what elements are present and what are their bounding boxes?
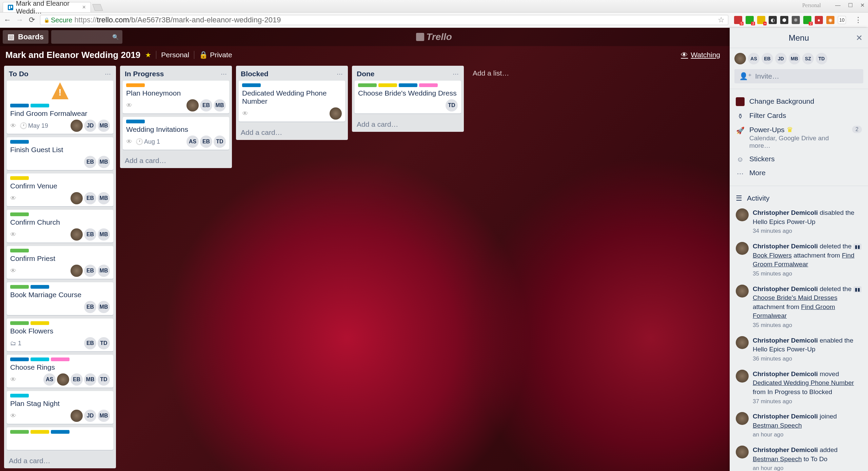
member-avatar[interactable]: EB xyxy=(84,265,96,277)
member-avatar[interactable]: EB xyxy=(762,53,773,64)
search-input[interactable]: 🔍 xyxy=(51,30,122,44)
activity-link[interactable]: Bestman Speech xyxy=(753,455,802,463)
add-card-button[interactable]: Add a card… xyxy=(236,125,348,140)
list-menu-icon[interactable]: ⋯ xyxy=(105,70,111,78)
label-blue[interactable] xyxy=(51,430,70,434)
member-avatar[interactable]: TD xyxy=(816,53,827,64)
activity-link[interactable]: Find Groom Formalwear xyxy=(753,303,835,320)
member-avatar[interactable]: AS xyxy=(43,373,56,386)
member-avatar[interactable]: MB xyxy=(98,156,110,168)
card[interactable]: Book Marriage CourseEBMB xyxy=(7,282,113,315)
list-header[interactable]: Blocked ⋯ xyxy=(236,66,348,81)
browser-menu-icon[interactable]: ⋮ xyxy=(852,16,865,24)
member-avatar[interactable]: AS xyxy=(186,136,199,148)
member-avatar[interactable]: SZ xyxy=(802,53,814,64)
member-avatar[interactable] xyxy=(734,53,746,64)
profile-label[interactable]: Personal xyxy=(802,2,821,8)
card[interactable]: Plan HoneymoonEBMB xyxy=(123,81,229,114)
tab-close-icon[interactable]: × xyxy=(82,4,86,11)
window-close-icon[interactable]: ✕ xyxy=(860,2,865,8)
extension-icon[interactable]: 3 xyxy=(746,16,754,24)
card[interactable]: Book Flowers🗂 1EBTD xyxy=(7,319,113,351)
member-avatar[interactable]: MB xyxy=(98,301,110,313)
label-blue[interactable] xyxy=(126,120,145,123)
member-avatar[interactable]: TD xyxy=(214,136,226,148)
card[interactable]: Wedding Invitations Aug 1ASEBTD xyxy=(123,117,229,150)
card[interactable]: Confirm PriestEBMB xyxy=(7,246,113,279)
member-avatar[interactable]: MB xyxy=(98,265,110,277)
member-avatar[interactable] xyxy=(71,228,83,241)
member-avatar[interactable] xyxy=(186,99,199,111)
member-avatar[interactable]: JD xyxy=(84,120,96,132)
invite-button[interactable]: 👤⁺ Invite… xyxy=(734,69,863,83)
extension-icon[interactable]: ◐ xyxy=(769,16,777,24)
extension-icon[interactable]: ● xyxy=(815,16,823,24)
list-menu-icon[interactable]: ⋯ xyxy=(337,70,343,78)
watching-button[interactable]: 👁 Watching xyxy=(681,51,720,59)
label-green[interactable] xyxy=(10,321,29,325)
label-blue[interactable] xyxy=(399,83,417,87)
label-blue[interactable] xyxy=(10,357,29,361)
back-button[interactable]: ← xyxy=(3,16,12,24)
label-green[interactable] xyxy=(10,430,29,434)
label-yellow[interactable] xyxy=(31,321,49,325)
list-menu-icon[interactable]: ⋯ xyxy=(453,70,459,78)
member-avatar[interactable]: EB xyxy=(71,373,83,386)
member-avatar[interactable]: EB xyxy=(84,156,96,168)
new-tab-button[interactable] xyxy=(92,4,103,11)
member-avatar[interactable]: JD xyxy=(775,53,787,64)
label-pink[interactable] xyxy=(419,83,438,87)
label-sky[interactable] xyxy=(31,357,49,361)
activity-avatar[interactable] xyxy=(736,370,749,383)
close-icon[interactable]: ✕ xyxy=(856,33,863,43)
member-avatar[interactable] xyxy=(71,192,83,204)
extension-icon[interactable]: ◉ xyxy=(826,16,834,24)
menu-item-filter-cards[interactable]: ⚱ Filter Cards xyxy=(734,109,863,123)
board-title[interactable]: Mark and Eleanor Wedding 2019 xyxy=(5,50,140,60)
address-bar[interactable]: 🔒 Secure https://trello.com/b/Ae567r3B/m… xyxy=(40,15,728,25)
member-avatar[interactable]: EB xyxy=(84,301,96,313)
label-green[interactable] xyxy=(10,285,29,289)
member-avatar[interactable]: EB xyxy=(84,192,96,204)
list-header[interactable]: In Progress ⋯ xyxy=(120,66,232,81)
activity-link[interactable]: Bestman Speech xyxy=(753,422,802,429)
card[interactable] xyxy=(7,427,113,450)
menu-item-power-ups[interactable]: 🚀 Power-Ups ♛ Calendar, Google Drive and… xyxy=(734,123,863,152)
activity-avatar[interactable] xyxy=(736,336,749,349)
label-orange[interactable] xyxy=(126,83,145,87)
extension-icon[interactable]: ※ xyxy=(792,16,800,24)
extension-icon[interactable]: 2 xyxy=(803,16,811,24)
label-sky[interactable] xyxy=(10,394,29,397)
browser-tab-active[interactable]: Mark and Eleanor Weddi… × xyxy=(3,2,91,12)
label-yellow[interactable] xyxy=(10,176,29,180)
member-avatar[interactable] xyxy=(71,265,83,277)
list-header[interactable]: Done ⋯ xyxy=(352,66,464,81)
list-menu-icon[interactable]: ⋯ xyxy=(221,70,227,78)
member-avatar[interactable]: MB xyxy=(214,99,226,111)
member-avatar[interactable]: MB xyxy=(98,228,110,241)
member-avatar[interactable] xyxy=(330,107,342,120)
label-blue[interactable] xyxy=(31,285,49,289)
member-avatar[interactable] xyxy=(57,373,69,386)
card[interactable]: Dedicated Wedding Phone Number xyxy=(239,81,345,122)
member-avatar[interactable] xyxy=(71,120,83,132)
activity-avatar[interactable] xyxy=(736,285,749,298)
label-sky[interactable] xyxy=(31,104,49,107)
label-yellow[interactable] xyxy=(378,83,397,87)
card[interactable]: Choose RingsASEBMBTD xyxy=(7,355,113,388)
label-blue[interactable] xyxy=(10,104,29,107)
add-card-button[interactable]: Add a card… xyxy=(352,117,464,132)
member-avatar[interactable]: JD xyxy=(84,410,96,422)
activity-link[interactable]: Book Flowers xyxy=(753,252,792,259)
label-yellow[interactable] xyxy=(31,430,49,434)
card[interactable]: !Find Groom Formalwear May 19JDMB xyxy=(7,81,113,134)
member-avatar[interactable]: EB xyxy=(200,136,212,148)
label-blue[interactable] xyxy=(242,83,261,87)
member-avatar[interactable]: EB xyxy=(84,337,96,349)
activity-link[interactable]: Dedicated Wedding Phone Number xyxy=(753,379,854,386)
menu-item-change-background[interactable]: Change Background xyxy=(734,95,863,109)
activity-avatar[interactable] xyxy=(736,242,749,255)
team-name[interactable]: Personal xyxy=(161,51,189,59)
member-avatar[interactable]: MB xyxy=(98,410,110,422)
label-pink[interactable] xyxy=(51,357,70,361)
